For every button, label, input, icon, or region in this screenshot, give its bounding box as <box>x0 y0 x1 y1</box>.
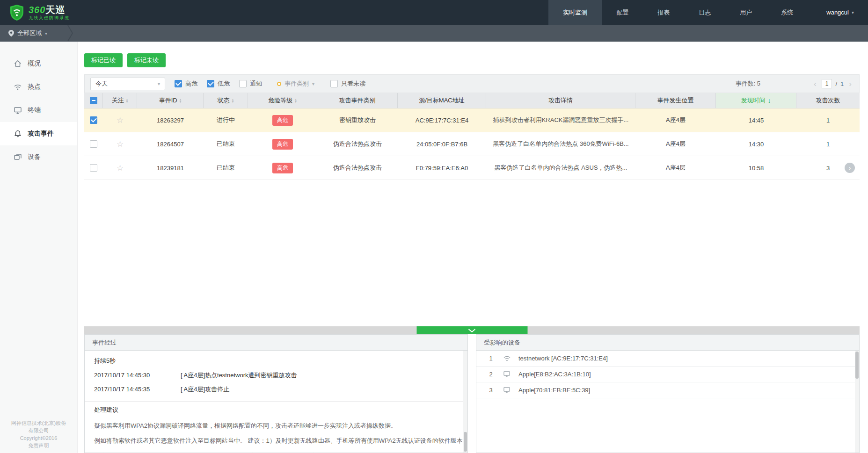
area-select[interactable]: 全部区域 ▾ <box>8 29 47 37</box>
wifi-icon <box>503 356 511 361</box>
sort-icon[interactable]: ▴▾ <box>180 98 182 103</box>
attack-detail: 捕获到攻击者利用KRACK漏洞恶意重放三次握手... <box>486 116 635 124</box>
device-name: Apple[E8:B2:AC:3A:1B:10] <box>518 371 591 378</box>
nav-item-reports[interactable]: 报表 <box>643 0 684 25</box>
log-message: [ A座4层]热点testnetwork遭到密钥重放攻击 <box>181 368 297 382</box>
col-header-status[interactable]: 状态 <box>218 96 230 105</box>
devices-icon <box>14 153 22 161</box>
col-header-found-time[interactable]: 发现时间 <box>741 96 766 105</box>
user-menu[interactable]: wangcui ▾ <box>808 0 868 25</box>
caret-down-icon: ▾ <box>312 81 314 86</box>
panel-title: 受影响的设备 <box>476 335 859 351</box>
attack-count: 1 <box>796 117 860 124</box>
col-header-follow[interactable]: 关注 <box>112 96 124 105</box>
nav-item-config[interactable]: 配置 <box>602 0 643 25</box>
row-checkbox[interactable] <box>90 116 97 124</box>
sidebar-item-devices[interactable]: 设备 <box>0 145 77 169</box>
terminal-icon <box>503 387 510 393</box>
filter-checkbox-notice[interactable]: 通知 <box>239 79 262 88</box>
sidebar-item-attack-events[interactable]: 攻击事件 <box>0 122 77 145</box>
nav-item-realtime-monitor[interactable]: 实时监测 <box>548 0 602 25</box>
sidebar-item-overview[interactable]: 概况 <box>0 52 77 75</box>
copyright: Copyright©2016 <box>0 434 77 442</box>
page-separator: / <box>835 80 837 87</box>
company-name-line2: 有限公司 <box>0 427 77 434</box>
total-pages: 1 <box>840 80 844 87</box>
scrollbar-track[interactable] <box>463 351 467 453</box>
location-pin-icon <box>8 30 14 37</box>
collapse-panel-button[interactable] <box>416 326 527 334</box>
attack-detail: 黑客伪造了白名单内的合法热点 ASUS，伪造热... <box>486 164 635 172</box>
checkbox-checked-icon[interactable] <box>175 80 182 87</box>
table-header-row: 关注▴▾ 事件ID▴▾ 状态▴▾ 危险等级▴▾ 攻击事件类别 源/目标MAC地址… <box>84 93 860 108</box>
star-icon[interactable]: ☆ <box>117 115 124 125</box>
mac-address: F0:79:59:EA:E6:A0 <box>398 165 486 172</box>
breadcrumb-chevron-icon <box>67 25 73 42</box>
row-checkbox[interactable] <box>90 164 97 172</box>
event-location: A座4层 <box>635 140 716 148</box>
table-row[interactable]: ☆ 18263297 进行中 高危 密钥重放攻击 AC:9E:17:7C:31:… <box>84 108 860 132</box>
area-bar: 全部区域 ▾ <box>0 25 868 42</box>
attack-detail: 黑客伪造了白名单内的合法热点 360免费WiFi-6B... <box>486 140 635 148</box>
top-bar: 360天巡 无线入侵防御系统 实时监测 配置 报表 日志 用户 系统 wangc… <box>0 0 868 25</box>
device-index: 1 <box>483 355 499 362</box>
scrollbar-thumb[interactable] <box>855 352 859 379</box>
device-list-item: 1 testnetwork [AC:9E:17:7C:31:E4] <box>476 351 859 367</box>
filter-bar: 今天 ▾ 高危 低危 通知 事件类别 ▾ 只看未读 事件数: 5 ‹ 1 <box>84 74 860 93</box>
sort-icon[interactable]: ▴▾ <box>232 98 234 103</box>
toolbar: 标记已读 标记未读 <box>84 53 860 67</box>
device-index: 3 <box>483 387 499 394</box>
table-row[interactable]: ☆ 18239181 已结束 高危 伪造合法热点攻击 F0:79:59:EA:E… <box>84 156 860 180</box>
sidebar-item-label: 终端 <box>28 106 41 115</box>
sidebar-item-terminals[interactable]: 终端 <box>0 99 77 122</box>
star-icon[interactable]: ☆ <box>117 163 124 173</box>
home-icon <box>14 60 22 67</box>
filter-checkbox-low-risk[interactable]: 低危 <box>207 79 230 88</box>
disclaimer-link[interactable]: 免责声明 <box>0 442 77 449</box>
col-header-risk-level[interactable]: 危险等级 <box>268 96 292 105</box>
select-all-checkbox[interactable] <box>90 97 97 104</box>
next-page-button[interactable]: › <box>847 80 853 88</box>
scrollbar-track[interactable] <box>855 351 859 453</box>
checkbox-checked-icon[interactable] <box>207 80 214 87</box>
chevron-down-icon <box>468 329 476 332</box>
filter-label: 通知 <box>250 79 262 88</box>
event-progress-panel: 事件经过 持续5秒 2017/10/17 14:45:30 [ A座4层]热点t… <box>84 334 468 453</box>
row-checkbox[interactable] <box>90 140 97 148</box>
prev-page-button[interactable]: ‹ <box>812 80 818 88</box>
sort-icon[interactable]: ▴▾ <box>295 98 297 103</box>
star-icon[interactable]: ☆ <box>117 139 124 149</box>
suggestion-line: 例如将勒索软件或者其它恶意软件注入至目标网站当中。 建议：1）及时更新无线路由器… <box>94 433 458 448</box>
filter-checkbox-unread-only[interactable]: 只看未读 <box>330 79 365 88</box>
found-time: 10:58 <box>716 165 796 172</box>
nav-item-logs[interactable]: 日志 <box>684 0 725 25</box>
sidebar: 概况 热点 终端 攻击事件 设备 网神信息技术(北京)股份 有限公司 Copyr… <box>0 42 78 453</box>
event-location: A座4层 <box>635 164 716 172</box>
col-header-attack-count: 攻击次数 <box>816 96 840 105</box>
risk-level-badge: 高危 <box>272 115 293 126</box>
event-category-dropdown[interactable]: 事件类别 ▾ <box>277 79 314 88</box>
sidebar-item-hotspots[interactable]: 热点 <box>0 75 77 99</box>
col-header-event-id[interactable]: 事件ID <box>159 96 177 105</box>
checkbox-unchecked-icon[interactable] <box>239 80 247 87</box>
brand-subtitle: 无线入侵防御系统 <box>29 16 70 21</box>
checkbox-unchecked-icon[interactable] <box>330 80 338 87</box>
found-time: 14:30 <box>716 141 796 148</box>
sort-icon[interactable]: ▴▾ <box>126 98 128 103</box>
event-log-line: 2017/10/17 14:45:35 [ A座4层]攻击停止 <box>94 382 458 396</box>
scrollbar-thumb[interactable] <box>464 432 467 452</box>
filter-checkbox-high-risk[interactable]: 高危 <box>175 79 197 88</box>
nav-item-system[interactable]: 系统 <box>766 0 808 25</box>
company-name-line1: 网神信息技术(北京)股份 <box>0 419 77 427</box>
log-timestamp: 2017/10/17 14:45:30 <box>94 368 181 382</box>
table-row[interactable]: ☆ 18264507 已结束 高危 伪造合法热点攻击 24:05:0F:0F:B… <box>84 132 860 156</box>
mark-read-button[interactable]: 标记已读 <box>84 53 123 67</box>
nav-item-users[interactable]: 用户 <box>725 0 766 25</box>
sidebar-item-label: 攻击事件 <box>28 129 54 138</box>
row-more-button[interactable]: › <box>845 163 855 173</box>
app-logo: 360天巡 无线入侵防御系统 <box>0 0 79 25</box>
mark-unread-button[interactable]: 标记未读 <box>127 53 166 67</box>
event-id: 18263297 <box>137 117 204 124</box>
main-content: 标记已读 标记未读 今天 ▾ 高危 低危 通知 事件类别 ▾ 只看未读 <box>78 42 868 453</box>
date-range-select[interactable]: 今天 ▾ <box>90 78 165 90</box>
